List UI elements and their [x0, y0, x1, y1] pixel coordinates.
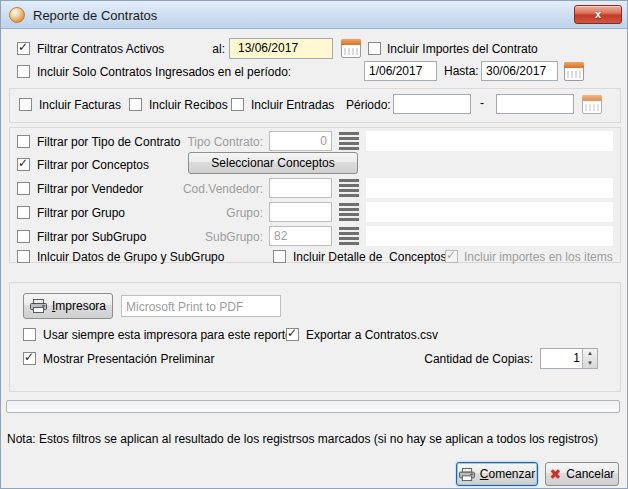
printer-icon [459, 468, 475, 481]
label-filtrar-grupo: Filtrar por Grupo [37, 206, 125, 220]
date-field-desde[interactable]: 1/06/2017 [364, 61, 437, 81]
checkbox-mostrar-preliminar[interactable]: ✓ [23, 352, 36, 365]
label-mostrar-preliminar: Mostrar Presentación Preliminar [43, 352, 214, 366]
checkbox-incluir-entradas[interactable]: ✓ [231, 98, 244, 111]
label-filtrar-conceptos: Filtrar por Conceptos [37, 158, 149, 172]
date-field-al[interactable]: 13/06/2017 [229, 38, 333, 59]
checkbox-exportar-csv[interactable]: ✓ [286, 328, 299, 341]
label-periodo: Périodo: [346, 98, 391, 112]
vendedor-descripcion-field[interactable] [366, 178, 613, 198]
lookup-icon[interactable] [339, 179, 359, 197]
comenzar-button[interactable]: Comenzar [456, 462, 538, 486]
grupo-field[interactable] [269, 202, 332, 222]
checkbox-filtrar-tipo-contrato[interactable]: ✓ [17, 135, 30, 148]
check-icon: ✓ [18, 40, 28, 54]
note-text: Nota: Estos filtros se aplican al result… [7, 432, 598, 446]
check-icon: ✓ [18, 156, 28, 170]
check-icon: ✓ [446, 248, 456, 262]
window-title: Reporte de Contratos [33, 8, 157, 23]
calendar-icon[interactable] [341, 39, 361, 58]
label-filtrar-subgrupo: Filtrar por SubGrupo [37, 230, 146, 244]
checkbox-filtrar-grupo[interactable]: ✓ [17, 206, 30, 219]
checkbox-solo-ingresados[interactable]: ✓ [17, 65, 30, 78]
checkbox-incluir-detalle-conceptos[interactable]: ✓ [273, 250, 286, 263]
lookup-icon[interactable] [339, 132, 359, 150]
checkbox-incluir-recibos[interactable]: ✓ [129, 98, 142, 111]
calendar-icon[interactable] [564, 62, 584, 81]
checkbox-filtrar-conceptos[interactable]: ✓ [17, 158, 30, 171]
label-incluir-entradas: Incluir Entradas [251, 98, 334, 112]
periodo-hasta-field[interactable] [496, 94, 574, 114]
tipo-contrato-field[interactable]: 0 [269, 131, 332, 151]
checkbox-incluir-datos-grupo[interactable]: ✓ [17, 250, 30, 263]
check-icon: ✓ [287, 326, 297, 340]
seleccionar-conceptos-button[interactable]: Seleccionar Conceptos [188, 152, 358, 174]
lookup-icon[interactable] [339, 203, 359, 221]
cancelar-button-label: Cancelar [566, 467, 614, 481]
checkbox-filtrar-activos[interactable]: ✓ [17, 42, 30, 55]
label-filtrar-vendedor: Filtrar por Vendedor [37, 182, 143, 196]
cancel-x-icon: ✖ [550, 467, 562, 481]
check-icon: ✓ [24, 350, 34, 364]
label-periodo-separator: - [480, 96, 484, 110]
checkbox-filtrar-subgrupo[interactable]: ✓ [17, 230, 30, 243]
impresora-button-label: Impresora [52, 299, 106, 313]
label-al: al: [197, 42, 225, 56]
label-incluir-importes-items: Incluir importes en los items [464, 250, 613, 264]
reporte-contratos-dialog: Reporte de Contratos x ✓ Filtrar Contrat… [0, 0, 628, 489]
checkbox-incluir-facturas[interactable]: ✓ [19, 98, 32, 111]
label-incluir-importes: Incluir Importes del Contrato [387, 42, 538, 56]
label-solo-ingresados: Incluir Solo Contratos Ingresados en el … [37, 65, 291, 79]
copias-spinner[interactable]: 1 ▲ ▼ [540, 348, 598, 369]
seleccionar-conceptos-label: Seleccionar Conceptos [211, 156, 334, 170]
subgrupo-field[interactable]: 82 [269, 226, 332, 246]
checkbox-filtrar-vendedor[interactable]: ✓ [17, 182, 30, 195]
checkbox-incluir-importes-items: ✓ [445, 250, 458, 263]
close-icon: x [595, 8, 601, 20]
label-incluir-detalle-conceptos: Incluir Detalle de Conceptos [293, 250, 446, 264]
titlebar[interactable]: Reporte de Contratos x [1, 1, 627, 29]
grupo-descripcion-field[interactable] [366, 202, 613, 222]
spinner-up-icon[interactable]: ▲ [583, 349, 597, 358]
impresora-button[interactable]: Impresora [23, 293, 113, 319]
cod-vendedor-field[interactable] [269, 178, 332, 198]
copias-value[interactable]: 1 [541, 351, 580, 365]
label-cod-vendedor: Cod.Vendedor: [171, 182, 263, 196]
label-incluir-facturas: Incluir Facturas [39, 98, 121, 112]
lookup-icon[interactable] [339, 227, 359, 245]
label-subgrupo: SubGrupo: [171, 230, 263, 244]
checkbox-incluir-importes[interactable]: ✓ [368, 42, 381, 55]
date-field-hasta[interactable]: 30/06/2017 [481, 61, 558, 81]
tipo-contrato-descripcion-field[interactable] [366, 131, 613, 151]
label-filtrar-tipo-contrato: Filtrar por Tipo de Contrato [37, 135, 180, 149]
progress-bar [6, 400, 620, 413]
label-usar-siempre: Usar siempre esta impresora para este re… [43, 328, 292, 342]
label-tipo-contrato: Tipo Contrato: [171, 135, 263, 149]
spinner-arrows[interactable]: ▲ ▼ [582, 349, 597, 368]
comenzar-button-label: Comenzar [480, 467, 535, 481]
label-grupo: Grupo: [171, 206, 263, 220]
app-icon [9, 7, 25, 23]
calendar-icon[interactable] [582, 95, 602, 114]
label-exportar-csv: Exportar a Contratos.csv [306, 328, 438, 342]
periodo-desde-field[interactable] [393, 94, 471, 114]
label-cantidad-copias: Cantidad de Copias: [421, 352, 533, 366]
printer-name-field[interactable]: Microsoft Print to PDF [121, 295, 281, 317]
label-incluir-recibos: Incluir Recibos [149, 98, 228, 112]
close-button[interactable]: x [574, 5, 622, 24]
cancelar-button[interactable]: ✖ Cancelar [545, 462, 619, 486]
printer-icon [30, 299, 47, 313]
label-incluir-datos-grupo: Inlcuir Datos de Grupo y SubGrupo [37, 250, 224, 264]
label-filtrar-activos: Filtrar Contratos Activos [37, 42, 164, 56]
checkbox-usar-siempre[interactable]: ✓ [23, 328, 36, 341]
subgrupo-descripcion-field[interactable] [366, 226, 613, 246]
spinner-down-icon[interactable]: ▼ [583, 359, 597, 368]
label-hasta: Hasta: [444, 64, 479, 78]
